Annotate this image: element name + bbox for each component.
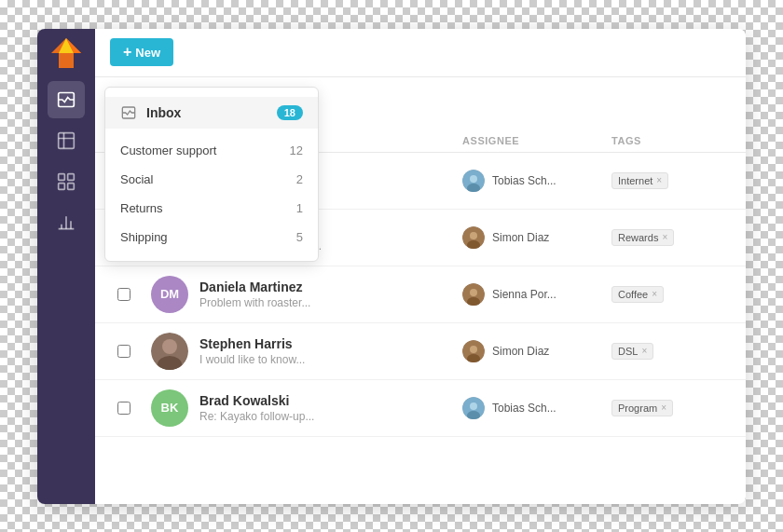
avatar: DM (151, 276, 188, 313)
dropdown-item-count: 2 (296, 172, 303, 186)
conv-info: DM Daniela Martinez Problem with roaster… (151, 276, 462, 313)
new-button[interactable]: New (110, 38, 173, 66)
tag: Coffee × (611, 286, 664, 303)
tag-label: Internet (618, 175, 652, 186)
row-checkbox[interactable] (117, 345, 151, 358)
sidebar-item-inbox[interactable] (48, 81, 85, 118)
assignee-avatar (462, 283, 485, 306)
assignee-name: Sienna Por... (492, 288, 556, 301)
inbox-dropdown: Inbox 18 Customer support 12 Social 2 Re… (104, 87, 319, 262)
content-area: Inbox 18 Customer support 12 Social 2 Re… (95, 77, 746, 504)
svg-point-29 (162, 339, 177, 354)
assignee-avatar (462, 340, 485, 362)
conv-preview: Re: Kayako follow-up... (199, 410, 314, 423)
conv-preview: Problem with roaster... (199, 296, 310, 309)
row-checkbox-input[interactable] (117, 345, 130, 358)
conv-text: Stephen Harris I would like to know... (199, 336, 305, 366)
tag: DSL × (611, 343, 653, 360)
avatar: BK (151, 389, 188, 427)
col-tags: TAGS (611, 135, 723, 146)
tag: Program × (611, 400, 673, 416)
dropdown-item-returns[interactable]: Returns 1 (105, 194, 318, 223)
conv-name: Brad Kowalski (199, 393, 314, 408)
assignee-name: Simon Diaz (492, 231, 549, 244)
table-row[interactable]: BK Brad Kowalski Re: Kayako follow-up... (95, 380, 746, 437)
row-checkbox-input[interactable] (117, 288, 130, 301)
inbox-label: Inbox (146, 105, 268, 120)
dropdown-item-label: Shipping (120, 230, 296, 244)
conv-name: Daniela Martinez (199, 280, 310, 294)
dropdown-item-label: Returns (120, 201, 296, 215)
sidebar-item-contacts[interactable] (48, 122, 85, 159)
table-row[interactable]: Stephen Harris I would like to know... (95, 323, 746, 380)
tags-cell: Rewards × (611, 229, 723, 246)
assignee-cell: Tobias Sch... (462, 170, 611, 192)
sidebar (37, 29, 95, 504)
svg-point-23 (470, 232, 477, 239)
svg-point-26 (470, 289, 477, 296)
tag-label: DSL (618, 346, 638, 357)
assignee-avatar (462, 226, 485, 249)
assignee-avatar (462, 397, 485, 419)
svg-point-35 (470, 402, 477, 410)
table-row[interactable]: DM Daniela Martinez Problem with roaster… (95, 266, 746, 323)
assignee-cell: Simon Diaz (462, 340, 611, 362)
tag-close-icon[interactable]: × (652, 289, 657, 299)
conv-text: Daniela Martinez Problem with roaster... (199, 280, 310, 309)
svg-rect-10 (68, 183, 75, 189)
svg-rect-4 (59, 132, 75, 148)
inbox-badge: 18 (277, 105, 303, 120)
tag-close-icon[interactable]: × (662, 232, 667, 242)
sidebar-item-reports[interactable] (48, 163, 85, 200)
tag-label: Coffee (618, 289, 648, 300)
conv-name: Stephen Harris (199, 336, 305, 351)
tag-close-icon[interactable]: × (656, 175, 662, 185)
dropdown-item-social[interactable]: Social 2 (105, 165, 318, 194)
col-assignee: ASSIGNEE (462, 135, 611, 146)
dropdown-item-count: 1 (296, 201, 303, 215)
assignee-avatar (462, 170, 485, 192)
sidebar-item-analytics[interactable] (48, 204, 85, 241)
tags-cell: Internet × (611, 172, 723, 189)
dropdown-item-shipping[interactable]: Shipping 5 (105, 223, 318, 252)
svg-rect-8 (68, 173, 75, 180)
assignee-name: Tobias Sch... (492, 402, 556, 415)
logo-icon (49, 36, 83, 70)
assignee-cell: Sienna Por... (462, 283, 611, 306)
dropdown-item-count: 5 (296, 230, 303, 244)
main-window: New Inbox 18 Customer support (37, 29, 746, 504)
tag-close-icon[interactable]: × (661, 402, 666, 413)
svg-rect-9 (59, 183, 65, 189)
assignee-cell: Simon Diaz (462, 226, 611, 249)
conv-info: Stephen Harris I would like to know... (151, 333, 462, 370)
tag: Internet × (611, 172, 668, 189)
svg-point-20 (470, 175, 477, 183)
tags-cell: Coffee × (611, 286, 723, 303)
tag-label: Program (618, 402, 657, 414)
dropdown-item-count: 12 (290, 143, 303, 157)
conv-preview: I would like to know... (199, 353, 305, 366)
svg-point-32 (470, 346, 477, 353)
tag: Rewards × (611, 229, 674, 246)
tag-label: Rewards (618, 232, 658, 243)
main-area: New Inbox 18 Customer support (95, 29, 746, 504)
assignee-name: Tobias Sch... (492, 174, 556, 187)
conv-text: Brad Kowalski Re: Kayako follow-up... (199, 393, 314, 423)
dropdown-item-customer-support[interactable]: Customer support 12 (105, 136, 318, 165)
inbox-icon (120, 104, 137, 121)
row-checkbox[interactable] (117, 402, 151, 415)
tags-cell: DSL × (611, 343, 723, 360)
assignee-name: Simon Diaz (492, 345, 549, 358)
row-checkbox[interactable] (117, 288, 151, 301)
tag-close-icon[interactable]: × (641, 346, 647, 356)
inbox-dropdown-header[interactable]: Inbox 18 (105, 97, 318, 129)
svg-rect-7 (59, 173, 65, 180)
dropdown-item-label: Customer support (120, 143, 290, 157)
assignee-cell: Tobias Sch... (462, 397, 611, 419)
dropdown-item-label: Social (120, 172, 296, 186)
row-checkbox-input[interactable] (117, 402, 130, 415)
top-bar: New (95, 29, 746, 77)
tags-cell: Program × (611, 400, 723, 416)
conv-info: BK Brad Kowalski Re: Kayako follow-up... (151, 389, 462, 427)
avatar (151, 333, 188, 370)
